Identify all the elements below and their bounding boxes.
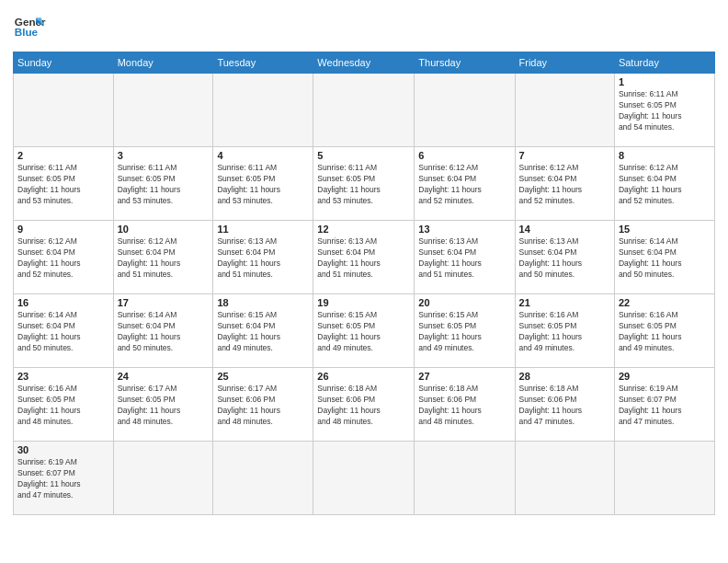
calendar-day-cell bbox=[515, 442, 614, 515]
weekday-header: Thursday bbox=[415, 52, 515, 74]
day-info: Sunrise: 6:11 AM Sunset: 6:05 PM Dayligh… bbox=[118, 163, 210, 207]
page: General Blue SundayMondayTuesdayWednesda… bbox=[0, 0, 728, 563]
day-info: Sunrise: 6:12 AM Sunset: 6:04 PM Dayligh… bbox=[17, 236, 109, 281]
day-info: Sunrise: 6:11 AM Sunset: 6:05 PM Dayligh… bbox=[317, 163, 410, 207]
day-number: 9 bbox=[17, 224, 109, 235]
weekday-header: Wednesday bbox=[313, 52, 415, 74]
calendar-day-cell bbox=[515, 74, 614, 147]
header: General Blue bbox=[13, 11, 715, 44]
day-number: 30 bbox=[17, 444, 109, 455]
day-number: 25 bbox=[217, 371, 309, 382]
calendar-day-cell: 8Sunrise: 6:12 AM Sunset: 6:04 PM Daylig… bbox=[614, 147, 714, 221]
day-number: 10 bbox=[118, 224, 210, 235]
calendar-week-row: 1Sunrise: 6:11 AM Sunset: 6:05 PM Daylig… bbox=[14, 74, 715, 147]
day-info: Sunrise: 6:16 AM Sunset: 6:05 PM Dayligh… bbox=[619, 310, 711, 354]
day-info: Sunrise: 6:19 AM Sunset: 6:07 PM Dayligh… bbox=[619, 384, 711, 428]
calendar-day-cell bbox=[415, 442, 515, 515]
calendar-day-cell bbox=[213, 74, 313, 147]
calendar-day-cell: 2Sunrise: 6:11 AM Sunset: 6:05 PM Daylig… bbox=[14, 147, 114, 221]
calendar-day-cell bbox=[313, 442, 415, 515]
logo-icon: General Blue bbox=[13, 11, 46, 44]
day-info: Sunrise: 6:13 AM Sunset: 6:04 PM Dayligh… bbox=[217, 236, 309, 281]
calendar-day-cell: 23Sunrise: 6:16 AM Sunset: 6:05 PM Dayli… bbox=[14, 368, 114, 442]
day-number: 24 bbox=[118, 371, 210, 382]
calendar-day-cell: 6Sunrise: 6:12 AM Sunset: 6:04 PM Daylig… bbox=[415, 147, 515, 221]
day-info: Sunrise: 6:11 AM Sunset: 6:05 PM Dayligh… bbox=[217, 163, 309, 207]
weekday-header: Saturday bbox=[614, 52, 714, 74]
day-number: 22 bbox=[619, 297, 711, 308]
calendar-day-cell bbox=[313, 74, 415, 147]
calendar-day-cell: 29Sunrise: 6:19 AM Sunset: 6:07 PM Dayli… bbox=[614, 368, 714, 442]
day-info: Sunrise: 6:11 AM Sunset: 6:05 PM Dayligh… bbox=[619, 89, 711, 133]
weekday-header: Sunday bbox=[14, 52, 114, 74]
day-number: 6 bbox=[418, 150, 510, 161]
calendar-day-cell bbox=[14, 74, 114, 147]
day-info: Sunrise: 6:18 AM Sunset: 6:06 PM Dayligh… bbox=[519, 384, 610, 428]
day-info: Sunrise: 6:12 AM Sunset: 6:04 PM Dayligh… bbox=[619, 163, 711, 207]
day-info: Sunrise: 6:12 AM Sunset: 6:04 PM Dayligh… bbox=[118, 236, 210, 281]
calendar-day-cell: 17Sunrise: 6:14 AM Sunset: 6:04 PM Dayli… bbox=[113, 294, 213, 368]
calendar-table: SundayMondayTuesdayWednesdayThursdayFrid… bbox=[13, 52, 715, 515]
calendar-day-cell: 14Sunrise: 6:13 AM Sunset: 6:04 PM Dayli… bbox=[515, 221, 614, 294]
calendar-day-cell: 5Sunrise: 6:11 AM Sunset: 6:05 PM Daylig… bbox=[313, 147, 415, 221]
day-number: 12 bbox=[317, 224, 410, 235]
calendar-day-cell: 30Sunrise: 6:19 AM Sunset: 6:07 PM Dayli… bbox=[14, 442, 114, 515]
day-number: 21 bbox=[519, 297, 610, 308]
calendar-day-cell: 15Sunrise: 6:14 AM Sunset: 6:04 PM Dayli… bbox=[614, 221, 714, 294]
day-info: Sunrise: 6:15 AM Sunset: 6:05 PM Dayligh… bbox=[317, 310, 410, 354]
day-info: Sunrise: 6:17 AM Sunset: 6:05 PM Dayligh… bbox=[118, 384, 210, 428]
day-info: Sunrise: 6:13 AM Sunset: 6:04 PM Dayligh… bbox=[418, 236, 510, 281]
calendar-day-cell: 4Sunrise: 6:11 AM Sunset: 6:05 PM Daylig… bbox=[213, 147, 313, 221]
day-info: Sunrise: 6:17 AM Sunset: 6:06 PM Dayligh… bbox=[217, 384, 309, 428]
weekday-header: Friday bbox=[515, 52, 614, 74]
day-number: 1 bbox=[619, 76, 711, 87]
weekday-header: Monday bbox=[113, 52, 213, 74]
calendar-day-cell: 10Sunrise: 6:12 AM Sunset: 6:04 PM Dayli… bbox=[113, 221, 213, 294]
day-number: 28 bbox=[519, 371, 610, 382]
calendar-day-cell: 25Sunrise: 6:17 AM Sunset: 6:06 PM Dayli… bbox=[213, 368, 313, 442]
calendar-day-cell: 3Sunrise: 6:11 AM Sunset: 6:05 PM Daylig… bbox=[113, 147, 213, 221]
calendar-day-cell bbox=[614, 442, 714, 515]
calendar-day-cell bbox=[113, 74, 213, 147]
day-number: 4 bbox=[217, 150, 309, 161]
day-number: 5 bbox=[317, 150, 410, 161]
day-number: 2 bbox=[17, 150, 109, 161]
day-info: Sunrise: 6:13 AM Sunset: 6:04 PM Dayligh… bbox=[317, 236, 410, 281]
day-number: 16 bbox=[17, 297, 109, 308]
calendar-day-cell: 9Sunrise: 6:12 AM Sunset: 6:04 PM Daylig… bbox=[14, 221, 114, 294]
day-number: 18 bbox=[217, 297, 309, 308]
calendar-day-cell: 22Sunrise: 6:16 AM Sunset: 6:05 PM Dayli… bbox=[614, 294, 714, 368]
calendar-day-cell: 27Sunrise: 6:18 AM Sunset: 6:06 PM Dayli… bbox=[415, 368, 515, 442]
day-info: Sunrise: 6:16 AM Sunset: 6:05 PM Dayligh… bbox=[519, 310, 610, 354]
day-number: 13 bbox=[418, 224, 510, 235]
day-info: Sunrise: 6:16 AM Sunset: 6:05 PM Dayligh… bbox=[17, 384, 109, 428]
day-number: 26 bbox=[317, 371, 410, 382]
day-number: 3 bbox=[118, 150, 210, 161]
calendar-week-row: 16Sunrise: 6:14 AM Sunset: 6:04 PM Dayli… bbox=[14, 294, 715, 368]
day-number: 17 bbox=[118, 297, 210, 308]
calendar-day-cell bbox=[213, 442, 313, 515]
calendar-week-row: 9Sunrise: 6:12 AM Sunset: 6:04 PM Daylig… bbox=[14, 221, 715, 294]
calendar-day-cell: 21Sunrise: 6:16 AM Sunset: 6:05 PM Dayli… bbox=[515, 294, 614, 368]
day-number: 27 bbox=[418, 371, 510, 382]
calendar-day-cell: 13Sunrise: 6:13 AM Sunset: 6:04 PM Dayli… bbox=[415, 221, 515, 294]
day-number: 7 bbox=[519, 150, 610, 161]
day-number: 20 bbox=[418, 297, 510, 308]
day-info: Sunrise: 6:11 AM Sunset: 6:05 PM Dayligh… bbox=[17, 163, 109, 207]
day-number: 8 bbox=[619, 150, 711, 161]
day-info: Sunrise: 6:13 AM Sunset: 6:04 PM Dayligh… bbox=[519, 236, 610, 281]
svg-text:Blue: Blue bbox=[15, 26, 39, 38]
calendar-day-cell: 28Sunrise: 6:18 AM Sunset: 6:06 PM Dayli… bbox=[515, 368, 614, 442]
day-number: 19 bbox=[317, 297, 410, 308]
day-info: Sunrise: 6:12 AM Sunset: 6:04 PM Dayligh… bbox=[418, 163, 510, 207]
calendar-day-cell: 19Sunrise: 6:15 AM Sunset: 6:05 PM Dayli… bbox=[313, 294, 415, 368]
calendar-day-cell bbox=[113, 442, 213, 515]
calendar-day-cell: 26Sunrise: 6:18 AM Sunset: 6:06 PM Dayli… bbox=[313, 368, 415, 442]
calendar-day-cell: 24Sunrise: 6:17 AM Sunset: 6:05 PM Dayli… bbox=[113, 368, 213, 442]
day-info: Sunrise: 6:18 AM Sunset: 6:06 PM Dayligh… bbox=[418, 384, 510, 428]
calendar-day-cell: 12Sunrise: 6:13 AM Sunset: 6:04 PM Dayli… bbox=[313, 221, 415, 294]
calendar-day-cell: 11Sunrise: 6:13 AM Sunset: 6:04 PM Dayli… bbox=[213, 221, 313, 294]
day-number: 11 bbox=[217, 224, 309, 235]
day-info: Sunrise: 6:15 AM Sunset: 6:05 PM Dayligh… bbox=[418, 310, 510, 354]
calendar-day-cell: 18Sunrise: 6:15 AM Sunset: 6:04 PM Dayli… bbox=[213, 294, 313, 368]
